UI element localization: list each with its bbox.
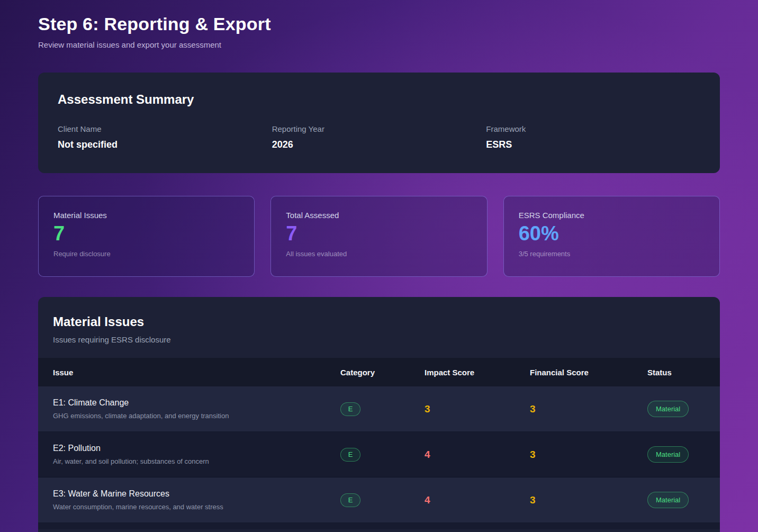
column-header-impact-score: Impact Score bbox=[425, 368, 530, 377]
stat-caption: All issues evaluated bbox=[286, 250, 472, 258]
category-cell: E bbox=[340, 402, 425, 416]
issue-description: GHG emissions, climate adaptation, and e… bbox=[53, 412, 340, 420]
impact-score-cell: 4 bbox=[425, 449, 530, 461]
issue-title: E2: Pollution bbox=[53, 444, 340, 453]
stat-caption: Require disclosure bbox=[53, 250, 239, 258]
status-badge: Material bbox=[647, 446, 689, 463]
impact-score: 4 bbox=[425, 494, 430, 506]
financial-score: 3 bbox=[530, 403, 536, 414]
page: Step 6: Reporting & Export Review materi… bbox=[0, 0, 758, 532]
stat-value: 7 bbox=[286, 223, 472, 245]
status-cell: Material bbox=[647, 401, 705, 417]
stat-card-total-assessed: Total Assessed 7 All issues evaluated bbox=[270, 196, 487, 277]
issue-cell: E2: Pollution Air, water, and soil pollu… bbox=[53, 444, 340, 465]
financial-score: 3 bbox=[530, 494, 536, 506]
column-header-financial-score: Financial Score bbox=[530, 368, 647, 377]
material-issues-title: Material Issues bbox=[53, 314, 705, 329]
financial-score-cell: 3 bbox=[530, 494, 647, 506]
column-header-issue: Issue bbox=[53, 368, 340, 377]
stat-value: 60% bbox=[519, 223, 705, 245]
impact-score-cell: 4 bbox=[425, 494, 530, 506]
stat-card-material-issues: Material Issues 7 Require disclosure bbox=[38, 196, 255, 277]
summary-field-framework: Framework ESRS bbox=[486, 124, 700, 150]
page-title: Step 6: Reporting & Export bbox=[38, 14, 720, 34]
table-row-partial bbox=[38, 523, 720, 529]
issue-cell: E3: Water & Marine Resources Water consu… bbox=[53, 489, 340, 511]
page-subtitle: Review material issues and export your a… bbox=[38, 40, 720, 49]
summary-field-client-name: Client Name Not specified bbox=[58, 124, 272, 150]
stat-value: 7 bbox=[53, 223, 239, 245]
status-cell: Material bbox=[647, 446, 705, 463]
category-badge: E bbox=[340, 402, 360, 416]
financial-score-cell: 3 bbox=[530, 403, 647, 415]
financial-score-cell: 3 bbox=[530, 449, 647, 461]
issues-table-header: Issue Category Impact Score Financial Sc… bbox=[38, 358, 720, 386]
table-row: E2: Pollution Air, water, and soil pollu… bbox=[38, 432, 720, 477]
issues-table-body: E1: Climate Change GHG emissions, climat… bbox=[38, 386, 720, 523]
table-row: E3: Water & Marine Resources Water consu… bbox=[38, 477, 720, 523]
impact-score: 3 bbox=[425, 403, 430, 414]
stat-card-esrs-compliance: ESRS Compliance 60% 3/5 requirements bbox=[503, 196, 720, 277]
column-header-status: Status bbox=[647, 368, 705, 377]
issue-title: E1: Climate Change bbox=[53, 398, 340, 408]
assessment-summary-card: Assessment Summary Client Name Not speci… bbox=[38, 73, 720, 173]
page-header: Step 6: Reporting & Export Review materi… bbox=[38, 14, 720, 49]
status-badge: Material bbox=[647, 492, 689, 508]
summary-fields: Client Name Not specified Reporting Year… bbox=[58, 124, 700, 150]
field-label: Client Name bbox=[58, 124, 272, 133]
stat-label: Material Issues bbox=[53, 211, 239, 220]
category-badge: E bbox=[340, 448, 360, 462]
stats-row: Material Issues 7 Require disclosure Tot… bbox=[38, 196, 720, 277]
issue-description: Water consumption, marine resources, and… bbox=[53, 503, 340, 511]
issue-title: E3: Water & Marine Resources bbox=[53, 489, 340, 499]
material-issues-card: Material Issues Issues requiring ESRS di… bbox=[38, 297, 720, 532]
impact-score-cell: 3 bbox=[425, 403, 530, 415]
category-cell: E bbox=[340, 493, 425, 507]
field-value: ESRS bbox=[486, 139, 700, 150]
table-row: E1: Climate Change GHG emissions, climat… bbox=[38, 386, 720, 432]
stat-label: Total Assessed bbox=[286, 211, 472, 220]
issue-cell: E1: Climate Change GHG emissions, climat… bbox=[53, 398, 340, 420]
material-issues-header: Material Issues Issues requiring ESRS di… bbox=[38, 297, 720, 358]
field-value: Not specified bbox=[58, 139, 272, 150]
financial-score: 3 bbox=[530, 449, 536, 460]
stat-label: ESRS Compliance bbox=[519, 211, 705, 220]
category-badge: E bbox=[340, 493, 360, 507]
status-cell: Material bbox=[647, 492, 705, 508]
impact-score: 4 bbox=[425, 449, 430, 460]
column-header-category: Category bbox=[340, 368, 425, 377]
field-value: 2026 bbox=[272, 139, 486, 150]
issue-description: Air, water, and soil pollution; substanc… bbox=[53, 457, 340, 465]
status-badge: Material bbox=[647, 401, 689, 417]
stat-caption: 3/5 requirements bbox=[519, 250, 705, 258]
category-cell: E bbox=[340, 448, 425, 462]
field-label: Framework bbox=[486, 124, 700, 133]
assessment-summary-title: Assessment Summary bbox=[58, 92, 700, 107]
summary-field-reporting-year: Reporting Year 2026 bbox=[272, 124, 486, 150]
field-label: Reporting Year bbox=[272, 124, 486, 133]
material-issues-subtitle: Issues requiring ESRS disclosure bbox=[53, 335, 705, 344]
